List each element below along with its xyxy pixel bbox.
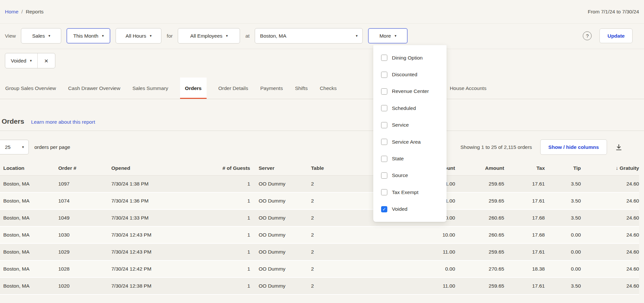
menu-item-revenue-center[interactable]: Revenue Center bbox=[373, 83, 447, 100]
table-row[interactable]: Boston, MA10747/30/24 1:36 PM1OO Dummy21… bbox=[0, 193, 639, 210]
checkbox[interactable] bbox=[381, 156, 387, 162]
server-cell: OO Dummy bbox=[250, 283, 306, 289]
tab-shifts[interactable]: Shifts bbox=[295, 78, 308, 99]
order_num-column-header[interactable]: Order # bbox=[58, 165, 111, 171]
breadcrumb: Home / Reports bbox=[5, 9, 44, 15]
checkbox[interactable] bbox=[381, 172, 387, 179]
chevron-down-icon: ▾ bbox=[150, 34, 152, 38]
date-period-select[interactable]: This Month ▾ bbox=[66, 28, 110, 44]
discount-cell: 0.00 bbox=[372, 266, 455, 272]
tab-group-sales-overview[interactable]: Group Sales Overview bbox=[5, 78, 56, 99]
table-row[interactable]: Boston, MA10287/30/24 12:42 PM1OO Dummy2… bbox=[0, 261, 639, 278]
checkbox[interactable] bbox=[381, 122, 387, 128]
menu-item-tax-exempt[interactable]: Tax Exempt bbox=[373, 184, 447, 201]
tab-orders[interactable]: Orders bbox=[180, 78, 207, 99]
download-icon[interactable] bbox=[615, 144, 622, 151]
order_num-cell: 1097 bbox=[58, 181, 111, 187]
tip-cell: 3.50 bbox=[545, 215, 581, 221]
tab-label: Shifts bbox=[295, 85, 308, 91]
menu-item-service-area[interactable]: Service Area bbox=[373, 134, 447, 150]
menu-item-state[interactable]: State bbox=[373, 150, 447, 167]
amount-cell: 259.65 bbox=[455, 198, 504, 204]
tab-label: Cash Drawer Overview bbox=[68, 85, 120, 91]
breadcrumb-home-link[interactable]: Home bbox=[5, 9, 18, 15]
menu-item-scheduled[interactable]: Scheduled bbox=[373, 100, 447, 116]
tax-cell: 17.61 bbox=[504, 181, 545, 187]
location-column-header[interactable]: Location bbox=[0, 165, 58, 171]
checkbox[interactable] bbox=[381, 206, 387, 212]
tab-order-details[interactable]: Order Details bbox=[218, 78, 248, 99]
server-cell: OO Dummy bbox=[250, 249, 306, 255]
hours-select[interactable]: All Hours ▾ bbox=[116, 28, 161, 44]
guests-column-header[interactable]: # of Guests bbox=[207, 165, 250, 171]
tip-column-header[interactable]: Tip bbox=[545, 165, 581, 171]
table-row[interactable]: Boston, MA10977/30/24 1:38 PM1OO Dummy21… bbox=[0, 176, 639, 193]
tip-cell: 0.00 bbox=[545, 249, 581, 255]
server-column-header[interactable]: Server bbox=[250, 165, 306, 171]
location-cell: Boston, MA bbox=[0, 232, 58, 238]
tab-house-accounts[interactable]: House Accounts bbox=[450, 78, 487, 99]
table-row[interactable]: Boston, MA10207/30/24 12:38 PM1OO Dummy2… bbox=[0, 278, 639, 295]
voided-filter-select[interactable]: Voided ▾ bbox=[5, 53, 38, 68]
checkbox[interactable] bbox=[381, 88, 387, 95]
location-cell: Boston, MA bbox=[0, 283, 58, 289]
sort-descending-icon: ↓ bbox=[616, 165, 618, 171]
tab-payments[interactable]: Payments bbox=[260, 78, 283, 99]
tab-cash-drawer-overview[interactable]: Cash Drawer Overview bbox=[68, 78, 120, 99]
employees-select[interactable]: All Employees ▾ bbox=[178, 28, 240, 44]
table-cell: 2 bbox=[306, 283, 372, 289]
tab-sales-summary[interactable]: Sales Summary bbox=[132, 78, 168, 99]
location-select[interactable]: Boston, MA ▾ bbox=[255, 28, 363, 44]
checkbox[interactable] bbox=[381, 55, 387, 61]
menu-item-source[interactable]: Source bbox=[373, 167, 447, 184]
checkbox[interactable] bbox=[381, 189, 387, 195]
more-filters-button[interactable]: More ▾ bbox=[368, 28, 408, 44]
menu-item-voided[interactable]: Voided bbox=[373, 201, 447, 218]
server-cell: OO Dummy bbox=[250, 232, 306, 238]
table-column-header[interactable]: Table bbox=[306, 165, 372, 171]
showing-count-label: Showing 1 to 25 of 2,115 orders bbox=[460, 144, 532, 150]
opened-cell: 7/30/24 12:38 PM bbox=[111, 283, 207, 289]
tax-column-header[interactable]: Tax bbox=[504, 165, 545, 171]
guests-cell: 1 bbox=[207, 266, 250, 272]
order_num-cell: 1030 bbox=[58, 232, 111, 238]
per-page-label: orders per page bbox=[34, 144, 70, 150]
opened-cell: 7/30/24 12:42 PM bbox=[111, 266, 207, 272]
menu-item-dining-option[interactable]: Dining Option bbox=[373, 49, 447, 66]
voided-filter-chip: Voided ▾ × bbox=[5, 53, 55, 68]
tab-label: Group Sales Overview bbox=[5, 85, 56, 91]
remove-filter-button[interactable]: × bbox=[38, 53, 55, 68]
discount-cell: 11.00 bbox=[372, 283, 455, 289]
checkbox[interactable] bbox=[381, 72, 387, 78]
tab-checks[interactable]: Checks bbox=[320, 78, 379, 99]
show-hide-columns-button[interactable]: Show / hide columns bbox=[540, 139, 607, 155]
order_num-cell: 1049 bbox=[58, 215, 111, 221]
amount-column-header[interactable]: Amount bbox=[455, 165, 504, 171]
checkbox[interactable] bbox=[381, 105, 387, 111]
location-cell: Boston, MA bbox=[0, 215, 58, 221]
more-label: More bbox=[379, 33, 391, 39]
table-row[interactable]: Boston, MA10307/30/24 12:43 PM1OO Dummy2… bbox=[0, 227, 639, 244]
table-cell: 2 bbox=[306, 198, 372, 204]
opened-column-header[interactable]: Opened bbox=[111, 165, 207, 171]
table-row[interactable]: Boston, MA10497/30/24 1:33 PM1OO Dummy21… bbox=[0, 210, 639, 227]
report-type-select[interactable]: Sales ▾ bbox=[21, 28, 61, 44]
help-icon[interactable]: ? bbox=[583, 31, 592, 40]
learn-more-link[interactable]: Learn more about this report bbox=[31, 119, 95, 125]
report-header: Orders Learn more about this report bbox=[0, 117, 644, 131]
for-label: for bbox=[167, 33, 173, 39]
update-button[interactable]: Update bbox=[599, 28, 633, 43]
tip-cell: 3.50 bbox=[545, 198, 581, 204]
gratuity-column-header[interactable]: ↓Gratuity bbox=[581, 165, 639, 171]
guests-cell: 1 bbox=[207, 198, 250, 204]
menu-item-discounted[interactable]: Discounted bbox=[373, 66, 447, 83]
menu-item-label: Service bbox=[392, 122, 409, 128]
menu-item-label: Tax Exempt bbox=[392, 189, 418, 195]
table-row[interactable]: Boston, MA10297/30/24 12:43 PM1OO Dummy2… bbox=[0, 244, 639, 261]
per-page-value: 25 bbox=[5, 144, 10, 150]
menu-item-service[interactable]: Service bbox=[373, 117, 447, 134]
per-page-select[interactable]: 25 ▾ bbox=[0, 140, 29, 154]
tax-cell: 17.61 bbox=[504, 283, 545, 289]
tax-cell: 17.68 bbox=[504, 232, 545, 238]
checkbox[interactable] bbox=[381, 139, 387, 145]
